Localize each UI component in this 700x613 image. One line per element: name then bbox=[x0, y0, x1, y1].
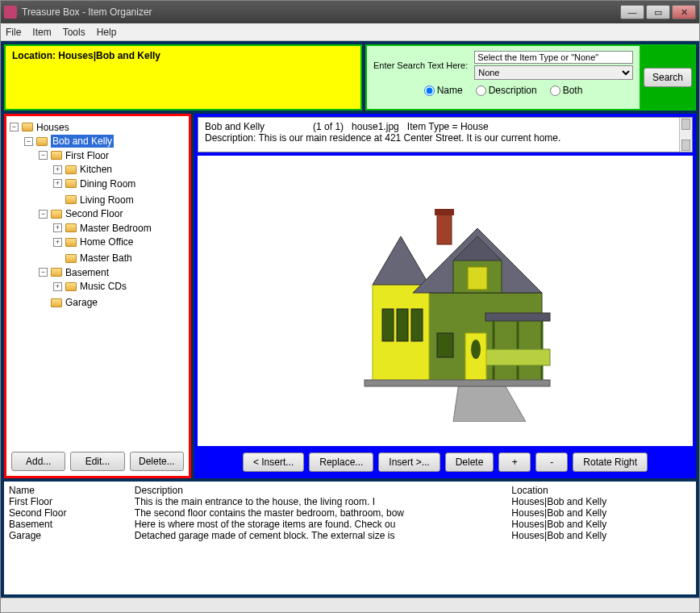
search-button-box: Search bbox=[640, 44, 696, 111]
maximize-button[interactable]: ▭ bbox=[646, 5, 670, 19]
expand-icon[interactable]: − bbox=[10, 123, 19, 131]
scrollbar[interactable] bbox=[679, 118, 692, 152]
zoom-in-button[interactable]: + bbox=[498, 452, 531, 472]
folder-icon bbox=[51, 151, 62, 160]
tree-node-houses[interactable]: − Houses bbox=[10, 121, 69, 134]
folder-icon bbox=[65, 238, 77, 247]
tree-node-master-bath[interactable]: Master Bath bbox=[53, 252, 132, 265]
menubar: File Item Tools Help bbox=[1, 23, 699, 41]
window-title: Treasure Box - Item Organizer bbox=[22, 6, 620, 18]
content-area: Location: Houses|Bob and Kelly Enter Sea… bbox=[1, 41, 699, 598]
tree-node-second-floor[interactable]: − Second Floor bbox=[39, 207, 123, 220]
cell-name: First Floor bbox=[9, 496, 135, 507]
expand-icon[interactable]: + bbox=[53, 165, 62, 174]
add-button[interactable]: Add... bbox=[11, 452, 65, 471]
svg-rect-20 bbox=[437, 333, 453, 357]
search-box: Enter Search Text Here: Select the Item … bbox=[365, 44, 640, 111]
detail-line-1: Bob and Kelly (1 of 1) house1.jpg Item T… bbox=[205, 121, 685, 132]
window-buttons: — ▭ ✕ bbox=[620, 5, 696, 19]
replace-button[interactable]: Replace... bbox=[309, 452, 373, 472]
tree-node-dining-room[interactable]: +Dining Room bbox=[53, 177, 135, 190]
insert-left-button[interactable]: < Insert... bbox=[243, 452, 304, 472]
expand-icon[interactable]: + bbox=[53, 282, 62, 291]
tree-node-music-cds[interactable]: +Music CDs bbox=[53, 280, 127, 293]
cell-name: Basement bbox=[9, 519, 135, 530]
svg-rect-15 bbox=[397, 309, 408, 341]
mid-row: − Houses − Bob and Kelly bbox=[4, 114, 696, 478]
folder-icon bbox=[51, 298, 62, 307]
col-description: Description bbox=[135, 485, 512, 496]
expand-icon[interactable]: − bbox=[39, 210, 48, 219]
folder-icon bbox=[65, 223, 77, 232]
menu-tools[interactable]: Tools bbox=[63, 27, 85, 38]
svg-rect-14 bbox=[382, 309, 394, 341]
cell-name: Second Floor bbox=[9, 507, 135, 519]
expand-icon[interactable]: − bbox=[24, 137, 33, 146]
search-button[interactable]: Search bbox=[644, 68, 692, 87]
folder-icon bbox=[65, 165, 77, 174]
tree-node-master-bedroom[interactable]: +Master Bedroom bbox=[53, 222, 152, 235]
search-row: Enter Search Text Here: Select the Item … bbox=[365, 44, 696, 111]
menu-help[interactable]: Help bbox=[97, 27, 117, 38]
radio-name[interactable]: Name bbox=[424, 85, 463, 96]
tree-node-living-room[interactable]: Living Room bbox=[53, 194, 134, 206]
folder-icon bbox=[65, 179, 77, 188]
menu-file[interactable]: File bbox=[6, 27, 21, 38]
folder-icon bbox=[51, 210, 62, 219]
zoom-out-button[interactable]: - bbox=[535, 452, 568, 472]
cell-location: Houses|Bob and Kelly bbox=[511, 519, 691, 530]
expand-icon[interactable]: − bbox=[39, 151, 48, 160]
svg-rect-13 bbox=[435, 209, 454, 215]
cell-location: Houses|Bob and Kelly bbox=[511, 507, 691, 519]
tree-node-kitchen[interactable]: +Kitchen bbox=[53, 163, 112, 176]
cell-description: Here is where most of the storage items … bbox=[135, 519, 512, 530]
location-label: Location: Houses|Bob and Kelly bbox=[12, 50, 160, 61]
cell-name: Garage bbox=[9, 530, 135, 541]
close-button[interactable]: ✕ bbox=[672, 5, 696, 19]
image-view bbox=[198, 156, 693, 446]
menu-item[interactable]: Item bbox=[32, 27, 51, 38]
tree-buttons: Add... Edit... Delete... bbox=[6, 447, 189, 476]
rotate-right-button[interactable]: Rotate Right bbox=[573, 452, 648, 472]
items-grid[interactable]: Name Description Location First FloorThi… bbox=[4, 482, 696, 594]
app-icon bbox=[4, 6, 17, 19]
tree-view[interactable]: − Houses − Bob and Kelly bbox=[6, 116, 189, 447]
item-description-box: Bob and Kelly (1 of 1) house1.jpg Item T… bbox=[198, 117, 693, 152]
delete-image-button[interactable]: Delete bbox=[445, 452, 494, 472]
svg-rect-16 bbox=[411, 309, 423, 341]
col-location: Location bbox=[511, 485, 691, 496]
house-image bbox=[316, 180, 574, 422]
top-row: Location: Houses|Bob and Kelly Enter Sea… bbox=[4, 44, 696, 111]
expand-icon[interactable]: + bbox=[53, 179, 62, 188]
tree-node-home-office[interactable]: +Home Office bbox=[53, 236, 133, 248]
svg-marker-8 bbox=[373, 236, 429, 285]
search-type-select[interactable]: None bbox=[474, 65, 633, 80]
tree-node-garage[interactable]: Garage bbox=[39, 296, 98, 309]
svg-rect-6 bbox=[485, 349, 550, 365]
table-row[interactable]: First FloorThis is the main entrance to … bbox=[9, 496, 691, 507]
delete-button[interactable]: Delete... bbox=[130, 452, 184, 471]
folder-icon bbox=[51, 268, 62, 277]
cell-description: Detached garage made of cement block. Th… bbox=[135, 530, 512, 541]
statusbar bbox=[1, 598, 699, 612]
insert-right-button[interactable]: Insert >... bbox=[378, 452, 440, 472]
cell-description: The second floor contains the master bed… bbox=[135, 507, 512, 519]
radio-description[interactable]: Description bbox=[476, 85, 537, 96]
tree-node-basement[interactable]: − Basement bbox=[39, 266, 109, 279]
radio-both[interactable]: Both bbox=[550, 85, 583, 96]
edit-button[interactable]: Edit... bbox=[70, 452, 124, 471]
folder-icon bbox=[36, 137, 48, 146]
tree-panel: − Houses − Bob and Kelly bbox=[4, 114, 191, 478]
table-row[interactable]: BasementHere is where most of the storag… bbox=[9, 519, 691, 530]
table-row[interactable]: Second FloorThe second floor contains th… bbox=[9, 507, 691, 519]
expand-icon[interactable]: + bbox=[53, 223, 62, 232]
search-radios: Name Description Both bbox=[373, 85, 633, 96]
expand-icon[interactable]: − bbox=[39, 268, 48, 277]
svg-rect-2 bbox=[485, 313, 550, 321]
cell-location: Houses|Bob and Kelly bbox=[511, 530, 691, 541]
table-row[interactable]: GarageDetached garage made of cement blo… bbox=[9, 530, 691, 541]
tree-node-first-floor[interactable]: − First Floor bbox=[39, 149, 109, 162]
expand-icon[interactable]: + bbox=[53, 238, 62, 247]
tree-node-bob-and-kelly[interactable]: − Bob and Kelly bbox=[24, 135, 114, 148]
minimize-button[interactable]: — bbox=[620, 5, 644, 19]
